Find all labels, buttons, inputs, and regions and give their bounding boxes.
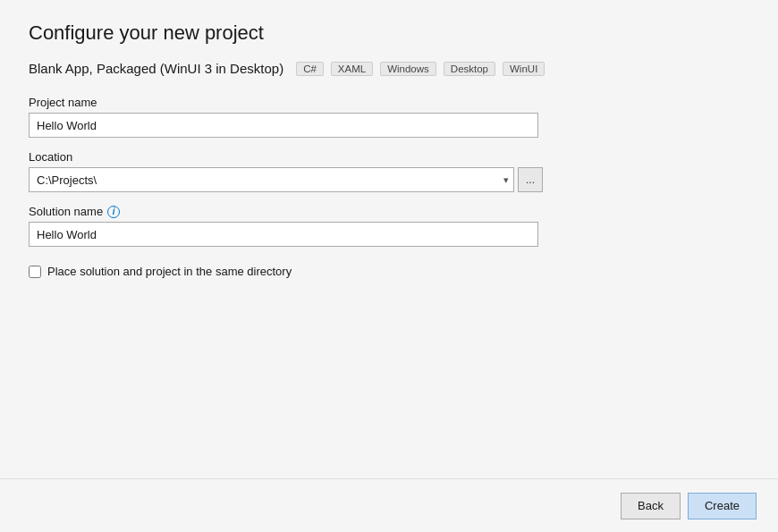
page-title: Configure your new project: [29, 21, 749, 45]
same-directory-label[interactable]: Place solution and project in the same d…: [47, 265, 292, 278]
solution-name-input[interactable]: [29, 222, 538, 247]
tag-desktop: Desktop: [444, 62, 495, 76]
project-type-row: Blank App, Packaged (WinUI 3 in Desktop)…: [29, 61, 749, 76]
location-select-wrapper: C:\Projects\: [29, 167, 514, 192]
same-directory-row: Place solution and project in the same d…: [29, 265, 749, 278]
browse-button[interactable]: ...: [518, 167, 543, 192]
location-row: C:\Projects\ ...: [29, 167, 749, 192]
solution-name-label: Solution name i: [29, 205, 749, 218]
bottom-bar: Back Create: [0, 478, 778, 532]
location-select[interactable]: C:\Projects\: [29, 167, 514, 192]
same-directory-checkbox[interactable]: [29, 266, 41, 278]
tag-winui: WinUI: [503, 62, 545, 76]
location-label: Location: [29, 150, 749, 164]
tag-csharp: C#: [296, 62, 324, 76]
create-button[interactable]: Create: [688, 493, 757, 519]
project-name-group: Project name: [29, 96, 749, 138]
project-type-name: Blank App, Packaged (WinUI 3 in Desktop): [29, 61, 283, 76]
page-container: Configure your new project Blank App, Pa…: [0, 0, 778, 532]
tag-windows: Windows: [380, 62, 436, 76]
back-button[interactable]: Back: [621, 493, 681, 519]
project-name-input[interactable]: [29, 113, 538, 138]
solution-name-group: Solution name i: [29, 205, 749, 247]
solution-name-info-icon[interactable]: i: [107, 206, 120, 218]
location-group: Location C:\Projects\ ...: [29, 150, 749, 192]
tag-xaml: XAML: [331, 62, 373, 76]
project-name-label: Project name: [29, 96, 749, 109]
